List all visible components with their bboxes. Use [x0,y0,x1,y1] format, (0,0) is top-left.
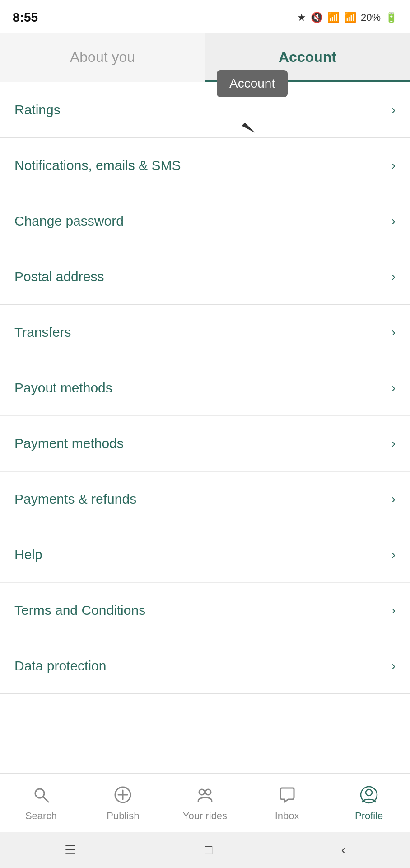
nav-inbox[interactable]: Inbox [246,786,328,822]
bottom-nav: Search Publish Your rides Inbox [0,773,410,832]
menu-item-terms[interactable]: Terms and Conditions › [0,583,410,638]
search-nav-label: Search [25,810,57,822]
signal-icon: 📶 [344,12,356,24]
profile-icon [360,786,378,807]
android-nav-bar: ☰ □ ‹ [0,832,410,868]
account-tooltip-button[interactable]: Account [217,70,288,97]
postal-address-label: Postal address [14,269,104,284]
postal-address-chevron: › [391,269,396,284]
data-protection-label: Data protection [14,658,106,674]
menu-item-change-password[interactable]: Change password › [0,193,410,249]
publish-icon [114,786,132,807]
menu-item-transfers[interactable]: Transfers › [0,305,410,360]
nav-publish[interactable]: Publish [82,786,164,822]
mute-icon: 🔇 [311,12,323,24]
status-bar: 8:55 ★ 🔇 📶 📶 20% 🔋 [0,0,410,33]
menu-item-help[interactable]: Help › [0,527,410,583]
payments-refunds-label: Payments & refunds [14,491,136,507]
transfers-label: Transfers [14,325,71,340]
menu-item-data-protection[interactable]: Data protection › [0,638,410,693]
terms-chevron: › [391,603,396,618]
payment-methods-chevron: › [391,436,396,451]
inbox-nav-label: Inbox [275,810,299,822]
menu-section-account-settings: Notifications, emails & SMS › Change pas… [0,138,410,305]
payments-refunds-chevron: › [391,492,396,506]
nav-your-rides[interactable]: Your rides [164,786,246,822]
change-password-chevron: › [391,214,396,228]
status-time: 8:55 [13,10,38,25]
profile-nav-label: Profile [355,810,383,822]
change-password-label: Change password [14,213,124,229]
payout-methods-chevron: › [391,381,396,395]
svg-line-1 [43,797,48,802]
tab-about-you[interactable]: About you [0,33,205,82]
nav-profile[interactable]: Profile [328,786,410,822]
your-rides-icon [196,786,214,807]
nav-search[interactable]: Search [0,786,82,822]
payment-methods-label: Payment methods [14,436,124,451]
battery-icon: 🔋 [385,12,397,24]
menu-item-payout-methods[interactable]: Payout methods › [0,360,410,416]
help-label: Help [14,547,42,562]
menu-item-notifications[interactable]: Notifications, emails & SMS › [0,138,410,193]
publish-nav-label: Publish [107,810,139,822]
menu-section-ratings: Ratings › [0,82,410,138]
search-icon [32,786,50,807]
svg-point-6 [205,789,211,795]
bluetooth-icon: ★ [297,12,306,24]
terms-label: Terms and Conditions [14,603,145,618]
android-menu-btn[interactable]: ☰ [47,837,94,863]
menu-item-ratings[interactable]: Ratings › [0,82,410,137]
menu-section-payments: Transfers › Payout methods › Payment met… [0,305,410,527]
data-protection-chevron: › [391,659,396,673]
battery-text: 20% [361,12,381,24]
help-chevron: › [391,547,396,562]
status-icons: ★ 🔇 📶 📶 20% 🔋 [297,12,397,24]
transfers-chevron: › [391,325,396,340]
android-back-btn[interactable]: ‹ [323,837,363,863]
payout-methods-label: Payout methods [14,380,112,396]
svg-point-5 [199,789,205,795]
svg-point-8 [366,789,372,796]
menu-item-payment-methods[interactable]: Payment methods › [0,416,410,472]
ratings-chevron: › [391,103,396,117]
android-home-btn[interactable]: □ [186,837,230,863]
inbox-icon [278,786,296,807]
menu-item-postal-address[interactable]: Postal address › [0,249,410,304]
menu-item-payments-refunds[interactable]: Payments & refunds › [0,472,410,527]
tab-header: About you Account [0,33,410,82]
ratings-label: Ratings [14,102,61,118]
menu-container: Ratings › Notifications, emails & SMS › … [0,82,410,694]
notifications-label: Notifications, emails & SMS [14,158,181,173]
wifi-icon: 📶 [327,12,340,24]
notifications-chevron: › [391,158,396,173]
menu-section-legal: Help › Terms and Conditions › Data prote… [0,527,410,694]
your-rides-nav-label: Your rides [183,810,227,822]
